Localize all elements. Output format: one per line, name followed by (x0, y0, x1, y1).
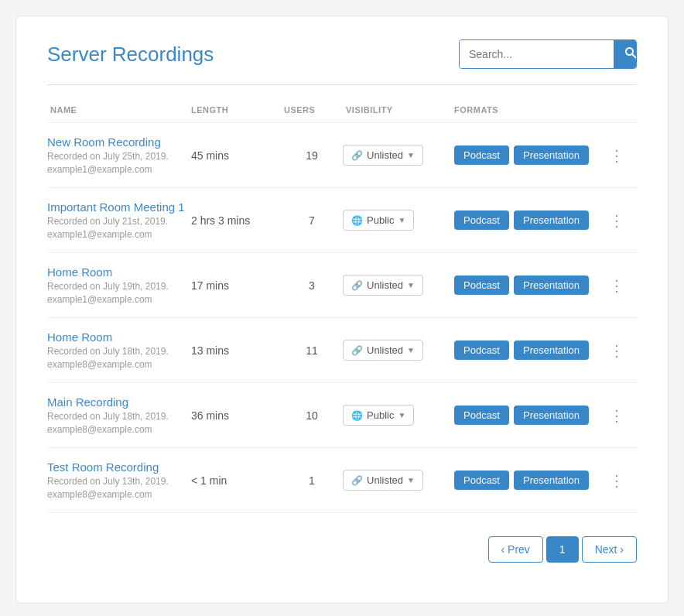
visibility-label: Unlisted (367, 149, 403, 161)
recording-info: Home Room Recorded on July 19th, 2019. e… (47, 265, 188, 305)
svg-point-0 (626, 48, 633, 55)
more-actions-cell: ⋮ (606, 211, 637, 230)
recording-info: Test Room Recording Recorded on July 13t… (47, 460, 188, 500)
more-actions-button[interactable]: ⋮ (606, 146, 628, 165)
page-1-button[interactable]: 1 (546, 536, 579, 563)
svg-line-1 (632, 54, 636, 58)
recording-name[interactable]: New Room Recording (47, 135, 188, 149)
recording-date: Recorded on July 18th, 2019. (47, 346, 188, 357)
more-actions-button[interactable]: ⋮ (606, 276, 628, 295)
chevron-down-icon: ▼ (407, 346, 415, 354)
search-icon (624, 46, 637, 59)
format-presentation-button[interactable]: Presentation (514, 341, 589, 360)
chevron-down-icon: ▼ (407, 151, 415, 159)
chevron-down-icon: ▼ (398, 216, 405, 224)
table-row: Home Room Recorded on July 18th, 2019. e… (47, 318, 637, 383)
recording-email: example8@example.com (47, 424, 188, 435)
visibility-dropdown[interactable]: 🔗 Unlisted ▼ (343, 340, 423, 361)
format-presentation-button[interactable]: Presentation (514, 471, 589, 490)
recording-date: Recorded on July 25th, 2019. (47, 151, 188, 162)
header-divider (47, 84, 637, 85)
visibility-icon: 🔗 (351, 150, 363, 161)
recording-name[interactable]: Home Room (47, 330, 188, 344)
visibility-label: Public (367, 214, 394, 226)
more-actions-cell: ⋮ (606, 341, 637, 360)
format-podcast-button[interactable]: Podcast (454, 275, 509, 295)
table-row: Home Room Recorded on July 19th, 2019. e… (47, 253, 637, 318)
visibility-cell: 🔗 Unlisted ▼ (343, 275, 451, 296)
more-actions-button[interactable]: ⋮ (606, 406, 628, 425)
table-header: NAME LENGTH USERS VISIBILITY FORMATS (47, 101, 637, 123)
visibility-label: Unlisted (367, 474, 403, 486)
recording-email: example8@example.com (47, 359, 188, 370)
recordings-list: New Room Recording Recorded on July 25th… (47, 123, 637, 513)
formats-cell: PodcastPresentation (451, 145, 606, 165)
recording-users: 3 (281, 279, 343, 292)
formats-cell: PodcastPresentation (451, 210, 606, 230)
recording-length: 2 hrs 3 mins (188, 214, 281, 227)
recording-length: < 1 min (188, 474, 281, 487)
recording-name[interactable]: Main Recording (47, 395, 188, 409)
recording-info: New Room Recording Recorded on July 25th… (47, 135, 188, 175)
col-users: USERS (281, 105, 343, 115)
recording-users: 7 (281, 214, 343, 227)
chevron-down-icon: ▼ (398, 411, 405, 419)
col-actions (606, 105, 637, 115)
recording-length: 13 mins (188, 344, 281, 357)
recording-info: Important Room Meeting 1 Recorded on Jul… (47, 200, 188, 240)
recording-name[interactable]: Home Room (47, 265, 188, 279)
next-button[interactable]: Next › (582, 536, 637, 563)
more-actions-cell: ⋮ (606, 146, 637, 165)
more-actions-button[interactable]: ⋮ (606, 341, 628, 360)
recording-email: example1@example.com (47, 164, 188, 175)
formats-cell: PodcastPresentation (451, 275, 606, 295)
visibility-dropdown[interactable]: 🌐 Public ▼ (343, 210, 414, 231)
chevron-down-icon: ▼ (407, 281, 415, 289)
format-podcast-button[interactable]: Podcast (454, 341, 509, 360)
col-formats: FORMATS (451, 105, 606, 115)
more-actions-button[interactable]: ⋮ (606, 471, 628, 490)
col-name: NAME (47, 105, 188, 115)
format-podcast-button[interactable]: Podcast (454, 471, 509, 490)
format-presentation-button[interactable]: Presentation (514, 145, 589, 165)
prev-button[interactable]: ‹ Prev (488, 536, 543, 563)
recording-users: 11 (281, 344, 343, 357)
header: Server Recordings (47, 39, 637, 69)
visibility-dropdown[interactable]: 🔗 Unlisted ▼ (343, 470, 423, 491)
more-actions-cell: ⋮ (606, 406, 637, 425)
recording-date: Recorded on July 19th, 2019. (47, 281, 188, 292)
visibility-icon: 🔗 (351, 345, 363, 356)
recording-name[interactable]: Test Room Recording (47, 460, 188, 474)
format-presentation-button[interactable]: Presentation (514, 275, 589, 295)
search-input[interactable] (460, 40, 614, 68)
search-button[interactable] (614, 40, 637, 68)
format-presentation-button[interactable]: Presentation (514, 210, 589, 230)
recording-date: Recorded on July 18th, 2019. (47, 411, 188, 422)
visibility-cell: 🌐 Public ▼ (343, 405, 451, 426)
format-podcast-button[interactable]: Podcast (454, 210, 509, 230)
visibility-dropdown[interactable]: 🔗 Unlisted ▼ (343, 275, 423, 296)
visibility-label: Unlisted (367, 344, 403, 356)
recording-length: 45 mins (188, 149, 281, 162)
pagination: ‹ Prev 1 Next › (47, 536, 637, 563)
format-podcast-button[interactable]: Podcast (454, 145, 509, 165)
more-actions-button[interactable]: ⋮ (606, 211, 628, 230)
table-row: Important Room Meeting 1 Recorded on Jul… (47, 188, 637, 253)
recording-users: 19 (281, 149, 343, 162)
visibility-cell: 🔗 Unlisted ▼ (343, 145, 451, 166)
visibility-dropdown[interactable]: 🔗 Unlisted ▼ (343, 145, 423, 166)
formats-cell: PodcastPresentation (451, 341, 606, 360)
visibility-icon: 🌐 (351, 410, 363, 421)
table-row: Test Room Recording Recorded on July 13t… (47, 448, 637, 513)
visibility-label: Unlisted (367, 279, 403, 291)
format-podcast-button[interactable]: Podcast (454, 406, 509, 425)
recording-name[interactable]: Important Room Meeting 1 (47, 200, 188, 214)
visibility-cell: 🔗 Unlisted ▼ (343, 470, 451, 491)
visibility-icon: 🌐 (351, 215, 363, 226)
visibility-label: Public (367, 409, 394, 421)
visibility-dropdown[interactable]: 🌐 Public ▼ (343, 405, 414, 426)
page-title: Server Recordings (47, 43, 214, 67)
recording-users: 1 (281, 474, 343, 487)
format-presentation-button[interactable]: Presentation (514, 406, 589, 425)
formats-cell: PodcastPresentation (451, 471, 606, 490)
